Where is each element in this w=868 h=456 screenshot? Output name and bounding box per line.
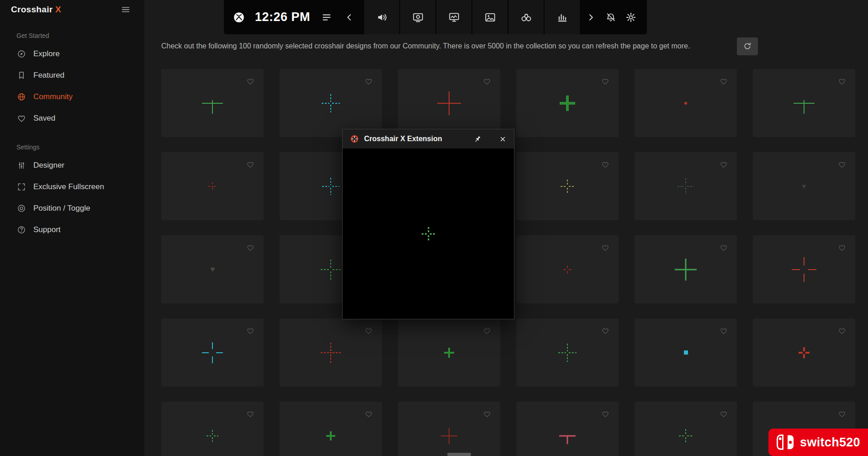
audio-widget-button[interactable]	[364, 0, 399, 34]
favorite-heart-icon[interactable]	[601, 410, 609, 418]
compass-icon	[16, 49, 26, 58]
crosshair-card[interactable]	[753, 318, 855, 387]
crosshair-preview	[562, 264, 573, 275]
crosshair-card[interactable]	[516, 235, 619, 303]
sidebar-item-featured[interactable]: Featured	[0, 64, 144, 86]
favorite-heart-icon[interactable]	[246, 160, 254, 169]
gallery-widget-button[interactable]	[472, 0, 508, 34]
widget-list-icon[interactable]	[321, 12, 332, 23]
favorite-heart-icon[interactable]	[720, 160, 728, 169]
crosshair-preview	[442, 345, 456, 360]
crosshair-card[interactable]	[635, 402, 737, 456]
crosshair-card[interactable]	[280, 402, 382, 456]
sidebar-item-saved[interactable]: Saved	[0, 107, 144, 129]
sidebar-item-position-toggle[interactable]: Position / Toggle	[0, 197, 144, 219]
crosshair-card[interactable]	[753, 235, 855, 303]
crosshair-card[interactable]	[280, 318, 382, 387]
favorite-heart-icon[interactable]	[838, 244, 846, 252]
app-window: Crosshair X Get Started Explore Featured…	[0, 0, 868, 456]
refresh-button[interactable]	[737, 37, 758, 55]
favorite-heart-icon[interactable]	[601, 244, 609, 252]
crosshair-card[interactable]	[753, 69, 855, 137]
favorite-heart-icon[interactable]	[601, 77, 609, 85]
favorite-heart-icon[interactable]	[720, 410, 728, 418]
extension-titlebar[interactable]: Crosshair X Extension	[343, 129, 514, 148]
performance-widget-button[interactable]	[436, 0, 471, 34]
scrollbar-thumb[interactable]	[447, 453, 471, 456]
crosshair-card[interactable]	[635, 69, 737, 137]
favorite-heart-icon[interactable]	[601, 327, 609, 335]
app-title-accent: X	[55, 5, 61, 14]
favorite-heart-icon[interactable]	[483, 77, 491, 85]
crosshair-card[interactable]	[280, 69, 382, 137]
crosshair-card[interactable]	[161, 402, 264, 456]
content-header: Check out the following 100 randomly sel…	[161, 37, 758, 56]
crosshair-card[interactable]	[161, 152, 264, 220]
favorite-heart-icon[interactable]	[720, 77, 728, 85]
sidebar: Crosshair X Get Started Explore Featured…	[0, 0, 144, 456]
sidebar-item-exclusive-fullscreen[interactable]: Exclusive Fullscreen	[0, 176, 144, 197]
favorite-heart-icon[interactable]	[365, 410, 373, 418]
crosshair-card[interactable]	[161, 235, 264, 303]
sidebar-nav: Get Started Explore Featured Community S…	[0, 32, 144, 240]
pin-icon[interactable]	[473, 135, 482, 143]
crosshair-preview	[201, 341, 224, 365]
crosshair-card[interactable]	[398, 69, 500, 137]
sidebar-item-support[interactable]: Support	[0, 219, 144, 240]
favorite-heart-icon[interactable]	[838, 77, 846, 85]
favorite-heart-icon[interactable]	[246, 327, 254, 335]
chevron-right-icon[interactable]	[586, 13, 595, 22]
chevron-left-icon[interactable]	[345, 13, 354, 22]
sidebar-item-community[interactable]: Community	[0, 86, 144, 107]
sidebar-item-designer[interactable]: Designer	[0, 154, 144, 176]
favorite-heart-icon[interactable]	[838, 160, 846, 169]
sidebar-item-explore[interactable]: Explore	[0, 43, 144, 64]
crosshair-card[interactable]	[161, 69, 264, 137]
gallery-icon	[484, 11, 496, 23]
favorite-heart-icon[interactable]	[483, 410, 491, 418]
crosshair-card[interactable]	[753, 152, 855, 220]
favorite-heart-icon[interactable]	[365, 77, 373, 85]
favorite-heart-icon[interactable]	[246, 244, 254, 252]
favorite-heart-icon[interactable]	[246, 410, 254, 418]
looking-for-group-widget-button[interactable]	[508, 0, 544, 34]
favorite-heart-icon[interactable]	[720, 327, 728, 335]
favorite-heart-icon[interactable]	[838, 327, 846, 335]
crosshair-card[interactable]	[516, 318, 619, 387]
crosshair-preview	[201, 91, 224, 115]
sliders-icon	[16, 161, 26, 170]
crosshair-preview	[319, 341, 342, 364]
crosshair-card[interactable]	[635, 318, 737, 387]
extension-preview	[343, 148, 514, 319]
nav-section-label: Settings	[0, 143, 144, 151]
crosshair-card[interactable]	[516, 69, 619, 137]
crosshair-preview	[676, 177, 695, 196]
xbox-logo-icon[interactable]	[233, 11, 245, 23]
crosshair-card[interactable]	[516, 402, 619, 456]
crosshair-preview	[683, 349, 689, 356]
crosshair-card[interactable]	[398, 318, 500, 387]
capture-widget-button[interactable]	[400, 0, 435, 34]
audio-icon	[376, 11, 388, 23]
settings-gear-icon[interactable]	[625, 12, 636, 23]
nintendo-switch-logo-icon	[776, 434, 796, 451]
notifications-off-icon[interactable]	[605, 12, 616, 23]
favorite-heart-icon[interactable]	[246, 77, 254, 85]
favorite-heart-icon[interactable]	[720, 244, 728, 252]
extension-title: Crosshair X Extension	[364, 135, 442, 143]
sidebar-item-label: Support	[33, 225, 61, 234]
crosshair-preview	[319, 258, 342, 281]
favorite-heart-icon[interactable]	[838, 410, 846, 418]
crosshair-card[interactable]	[398, 402, 500, 456]
crosshair-card[interactable]	[635, 235, 737, 303]
resources-widget-button[interactable]	[545, 0, 580, 34]
crosshair-card[interactable]	[635, 152, 737, 220]
favorite-heart-icon[interactable]	[601, 160, 609, 169]
favorite-heart-icon[interactable]	[365, 327, 373, 335]
close-icon[interactable]	[499, 135, 507, 143]
favorite-heart-icon[interactable]	[483, 327, 491, 335]
crosshair-card[interactable]	[516, 152, 619, 220]
hamburger-menu-icon[interactable]	[121, 5, 131, 15]
app-title: Crosshair X	[11, 5, 61, 15]
crosshair-card[interactable]	[161, 318, 264, 387]
